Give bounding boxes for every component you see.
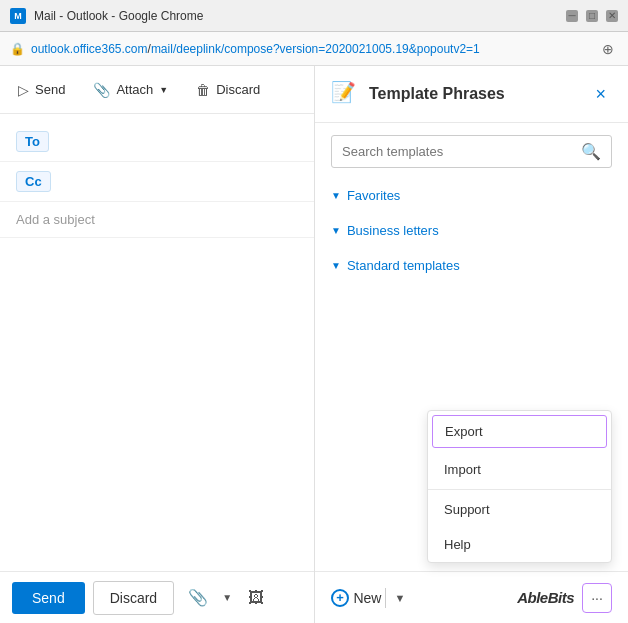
browser-title: Mail - Outlook - Google Chrome: [34, 9, 566, 23]
attachment-chevron-icon[interactable]: ▼: [222, 592, 232, 603]
favorites-section-header[interactable]: ▼ Favorites: [331, 180, 612, 211]
footer-divider: [385, 588, 386, 608]
menu-divider: [428, 489, 611, 490]
discard-icon: 🗑: [196, 82, 210, 98]
business-chevron-icon: ▼: [331, 225, 341, 236]
new-chevron-button[interactable]: ▼: [390, 588, 409, 608]
address-bar: 🔒 outlook.office365.com/mail/deeplink/co…: [0, 32, 628, 66]
standard-section-header[interactable]: ▼ Standard templates: [331, 250, 612, 281]
browser-title-bar: M Mail - Outlook - Google Chrome ─ □ ✕: [0, 0, 628, 32]
subject-field[interactable]: Add a subject: [0, 202, 314, 238]
email-fields: To Cc Add a subject: [0, 114, 314, 571]
attach-button[interactable]: 📎 Attach ▼: [87, 78, 174, 102]
help-menu-item[interactable]: Help: [428, 527, 611, 562]
email-compose-panel: ▷ Send 📎 Attach ▼ 🗑 Discard To Cc Add a: [0, 66, 315, 623]
template-panel-icon: 📝: [331, 80, 359, 108]
email-toolbar: ▷ Send 📎 Attach ▼ 🗑 Discard: [0, 66, 314, 114]
refresh-button[interactable]: ⊕: [598, 39, 618, 59]
new-label: New: [353, 590, 381, 606]
send-icon: ▷: [18, 82, 29, 98]
standard-section: ▼ Standard templates: [331, 250, 612, 281]
send-toolbar-label: Send: [35, 82, 65, 97]
panel-footer: + New ▼ AbleBits ···: [315, 571, 628, 623]
subject-placeholder: Add a subject: [16, 212, 95, 227]
to-label: To: [16, 131, 49, 152]
panel-title: Template Phrases: [369, 85, 589, 103]
more-dots-icon: ···: [591, 590, 603, 606]
minimize-button[interactable]: ─: [566, 10, 578, 22]
browser-favicon: M: [10, 8, 26, 24]
maximize-button[interactable]: □: [586, 10, 598, 22]
more-options-button[interactable]: ···: [582, 583, 612, 613]
email-bottom-bar: Send Discard 📎 ▼ 🖼: [0, 571, 314, 623]
standard-chevron-icon: ▼: [331, 260, 341, 271]
business-section-header[interactable]: ▼ Business letters: [331, 215, 612, 246]
favorites-chevron-icon: ▼: [331, 190, 341, 201]
ablebits-logo: AbleBits: [517, 589, 574, 606]
cc-field[interactable]: Cc: [0, 162, 314, 202]
search-input[interactable]: [342, 144, 581, 159]
main-area: ▷ Send 📎 Attach ▼ 🗑 Discard To Cc Add a: [0, 66, 628, 623]
support-menu-item[interactable]: Support: [428, 492, 611, 527]
attach-label: Attach: [116, 82, 153, 97]
to-field[interactable]: To: [0, 122, 314, 162]
lock-icon: 🔒: [10, 42, 25, 56]
url-text: outlook.office365.com/mail/deeplink/comp…: [31, 42, 594, 56]
discard-bottom-button[interactable]: Discard: [93, 581, 174, 615]
import-menu-item[interactable]: Import: [428, 452, 611, 487]
new-circle-icon: +: [331, 589, 349, 607]
attach-icon: 📎: [93, 82, 110, 98]
cc-label: Cc: [16, 171, 51, 192]
close-window-button[interactable]: ✕: [606, 10, 618, 22]
favorites-section-title: Favorites: [347, 188, 400, 203]
search-bar: 🔍: [331, 135, 612, 168]
business-section-title: Business letters: [347, 223, 439, 238]
send-button[interactable]: Send: [12, 582, 85, 614]
panel-header: 📝 Template Phrases ×: [315, 66, 628, 123]
search-icon[interactable]: 🔍: [581, 142, 601, 161]
business-section: ▼ Business letters: [331, 215, 612, 246]
url-path: mail/deeplink/compose?version=2020021005…: [151, 42, 480, 56]
discard-label: Discard: [216, 82, 260, 97]
browser-window-controls: ─ □ ✕: [566, 10, 618, 22]
favorites-section: ▼ Favorites: [331, 180, 612, 211]
image-icon-btn[interactable]: 🖼: [240, 582, 272, 614]
attachment-icon-btn[interactable]: 📎: [182, 582, 214, 614]
template-panel: 📝 Template Phrases × 🔍 ▼ Favorites ▼ Bus…: [315, 66, 628, 623]
export-menu-item[interactable]: Export: [432, 415, 607, 448]
discard-button[interactable]: 🗑 Discard: [190, 78, 266, 102]
url-highlight: outlook.office365.com: [31, 42, 148, 56]
standard-section-title: Standard templates: [347, 258, 460, 273]
attach-chevron-icon: ▼: [159, 85, 168, 95]
context-menu: Export Import Support Help: [427, 410, 612, 563]
send-toolbar-button[interactable]: ▷ Send: [12, 78, 71, 102]
close-panel-button[interactable]: ×: [589, 82, 612, 107]
